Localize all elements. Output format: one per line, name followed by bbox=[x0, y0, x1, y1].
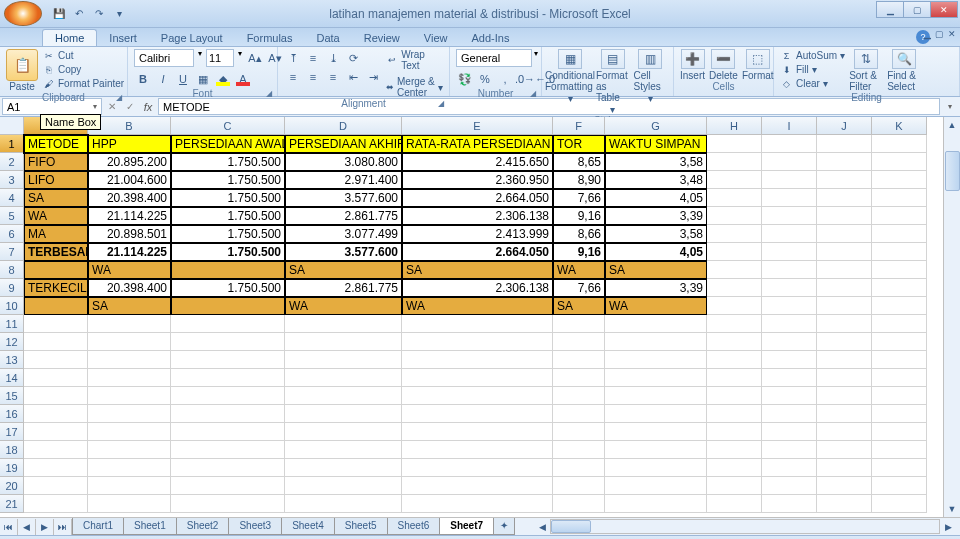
number-launcher[interactable]: ◢ bbox=[528, 89, 538, 99]
worksheet-grid[interactable]: ABCDEFGHIJK 1234567891011121314151617181… bbox=[0, 117, 960, 517]
next-sheet-button[interactable]: ▶ bbox=[36, 519, 54, 535]
cell-H16[interactable] bbox=[707, 405, 762, 423]
cell-B21[interactable] bbox=[88, 495, 171, 513]
cell-B16[interactable] bbox=[88, 405, 171, 423]
cell-G1[interactable]: WAKTU SIMPAN bbox=[605, 135, 707, 153]
cell-F1[interactable]: TOR bbox=[553, 135, 605, 153]
close-button[interactable]: ✕ bbox=[930, 1, 958, 18]
cell-A5[interactable]: WA bbox=[24, 207, 88, 225]
cell-H14[interactable] bbox=[707, 369, 762, 387]
cell-F14[interactable] bbox=[553, 369, 605, 387]
sheet-tab-sheet2[interactable]: Sheet2 bbox=[176, 518, 230, 535]
cell-B9[interactable]: 20.398.400 bbox=[88, 279, 171, 297]
cell-I1[interactable] bbox=[762, 135, 817, 153]
cell-F20[interactable] bbox=[553, 477, 605, 495]
cell-F16[interactable] bbox=[553, 405, 605, 423]
format-cells-button[interactable]: ⬚Format bbox=[742, 49, 774, 81]
cell-J4[interactable] bbox=[817, 189, 872, 207]
cell-G18[interactable] bbox=[605, 441, 707, 459]
cell-J10[interactable] bbox=[817, 297, 872, 315]
cell-F13[interactable] bbox=[553, 351, 605, 369]
column-header-F[interactable]: F bbox=[553, 117, 605, 135]
cell-B15[interactable] bbox=[88, 387, 171, 405]
cell-C8[interactable] bbox=[171, 261, 285, 279]
cell-A19[interactable] bbox=[24, 459, 88, 477]
cell-E3[interactable]: 2.360.950 bbox=[402, 171, 553, 189]
cell-C19[interactable] bbox=[171, 459, 285, 477]
align-left-icon[interactable]: ≡ bbox=[284, 68, 302, 86]
cell-F12[interactable] bbox=[553, 333, 605, 351]
cell-F15[interactable] bbox=[553, 387, 605, 405]
row-header-7[interactable]: 7 bbox=[0, 243, 24, 261]
cell-B18[interactable] bbox=[88, 441, 171, 459]
cell-E21[interactable] bbox=[402, 495, 553, 513]
cell-D9[interactable]: 2.861.775 bbox=[285, 279, 402, 297]
align-top-icon[interactable]: ⤒ bbox=[284, 49, 302, 67]
cell-J1[interactable] bbox=[817, 135, 872, 153]
cell-F6[interactable]: 8,66 bbox=[553, 225, 605, 243]
cell-B6[interactable]: 20.898.501 bbox=[88, 225, 171, 243]
font-size-combo[interactable] bbox=[206, 49, 234, 67]
cell-C6[interactable]: 1.750.500 bbox=[171, 225, 285, 243]
cell-E13[interactable] bbox=[402, 351, 553, 369]
cell-F8[interactable]: WA bbox=[553, 261, 605, 279]
row-header-10[interactable]: 10 bbox=[0, 297, 24, 315]
cell-E1[interactable]: RATA-RATA PERSEDIAAN bbox=[402, 135, 553, 153]
cell-G11[interactable] bbox=[605, 315, 707, 333]
cell-I10[interactable] bbox=[762, 297, 817, 315]
paste-button[interactable]: 📋 bbox=[6, 49, 38, 81]
italic-button[interactable]: I bbox=[154, 70, 172, 88]
column-header-J[interactable]: J bbox=[817, 117, 872, 135]
alignment-launcher[interactable]: ◢ bbox=[436, 99, 446, 109]
cell-E14[interactable] bbox=[402, 369, 553, 387]
cut-button[interactable]: ✂Cut bbox=[42, 49, 124, 62]
cell-G9[interactable]: 3,39 bbox=[605, 279, 707, 297]
cell-K2[interactable] bbox=[872, 153, 927, 171]
cell-D3[interactable]: 2.971.400 bbox=[285, 171, 402, 189]
qat-undo[interactable]: ↶ bbox=[70, 5, 88, 23]
format-as-table-button[interactable]: ▤Format as Table ▾ bbox=[596, 49, 630, 115]
tab-home[interactable]: Home bbox=[42, 29, 97, 46]
cell-D1[interactable]: PERSEDIAAN AKHIR bbox=[285, 135, 402, 153]
cell-H2[interactable] bbox=[707, 153, 762, 171]
column-header-K[interactable]: K bbox=[872, 117, 927, 135]
row-header-14[interactable]: 14 bbox=[0, 369, 24, 387]
cell-E5[interactable]: 2.306.138 bbox=[402, 207, 553, 225]
scroll-up-arrow[interactable]: ▲ bbox=[944, 117, 960, 133]
cell-K6[interactable] bbox=[872, 225, 927, 243]
cell-G19[interactable] bbox=[605, 459, 707, 477]
tab-add-ins[interactable]: Add-Ins bbox=[459, 30, 521, 46]
cell-E11[interactable] bbox=[402, 315, 553, 333]
cell-C7[interactable]: 1.750.500 bbox=[171, 243, 285, 261]
cell-H6[interactable] bbox=[707, 225, 762, 243]
cell-D16[interactable] bbox=[285, 405, 402, 423]
cell-E8[interactable]: SA bbox=[402, 261, 553, 279]
cell-G10[interactable]: WA bbox=[605, 297, 707, 315]
cell-I6[interactable] bbox=[762, 225, 817, 243]
cell-B1[interactable]: HPP bbox=[88, 135, 171, 153]
wrap-text-button[interactable]: ↩Wrap Text bbox=[386, 49, 443, 71]
cell-K9[interactable] bbox=[872, 279, 927, 297]
cell-C1[interactable]: PERSEDIAAN AWAL bbox=[171, 135, 285, 153]
cell-J16[interactable] bbox=[817, 405, 872, 423]
cell-E19[interactable] bbox=[402, 459, 553, 477]
cell-B10[interactable]: SA bbox=[88, 297, 171, 315]
font-name-combo[interactable] bbox=[134, 49, 194, 67]
cell-E2[interactable]: 2.415.650 bbox=[402, 153, 553, 171]
cell-E15[interactable] bbox=[402, 387, 553, 405]
find-select-button[interactable]: 🔍Find & Select bbox=[887, 49, 921, 92]
row-header-9[interactable]: 9 bbox=[0, 279, 24, 297]
expand-fbar-icon[interactable]: ▾ bbox=[942, 102, 958, 111]
sheet-tab-sheet1[interactable]: Sheet1 bbox=[123, 518, 177, 535]
cell-H15[interactable] bbox=[707, 387, 762, 405]
cell-I8[interactable] bbox=[762, 261, 817, 279]
sheet-tab-sheet6[interactable]: Sheet6 bbox=[387, 518, 441, 535]
cell-I15[interactable] bbox=[762, 387, 817, 405]
row-header-16[interactable]: 16 bbox=[0, 405, 24, 423]
cell-A14[interactable] bbox=[24, 369, 88, 387]
row-header-2[interactable]: 2 bbox=[0, 153, 24, 171]
cell-D19[interactable] bbox=[285, 459, 402, 477]
font-color-button[interactable]: A bbox=[234, 70, 252, 88]
cell-A6[interactable]: MA bbox=[24, 225, 88, 243]
currency-icon[interactable]: 💱 bbox=[456, 70, 474, 88]
